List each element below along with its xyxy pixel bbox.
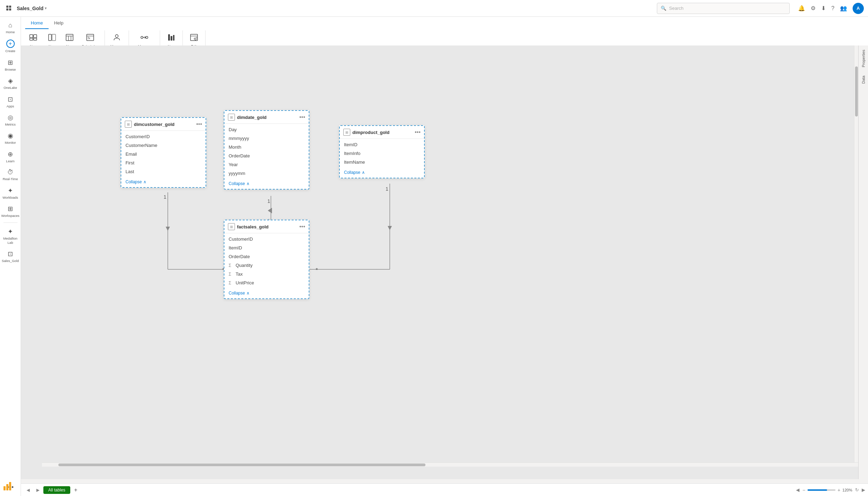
table-card-dimproduct[interactable]: ⊞ dimproduct_gold ••• ItemID ItemInfo It…: [339, 125, 425, 178]
bottom-right: ◀ − + 120% ↻ ▶: [796, 487, 865, 493]
field-orderdate-fact: OrderDate: [224, 252, 309, 261]
all-tables-tab[interactable]: All tables: [43, 486, 70, 494]
zoom-slider[interactable]: [808, 489, 835, 491]
field-quantity: Σ Quantity: [224, 261, 309, 270]
left-sidebar: ⌂ Home + Create ⊞ Browse ◈ OneLake ⊡ App…: [0, 17, 21, 496]
horizontal-scrollbar[interactable]: [42, 462, 858, 467]
sum-icon-unitprice: Σ: [229, 281, 234, 285]
table-card-dimdate[interactable]: ⊞ dimdate_gold ••• Day mmmyyyy Month Ord…: [224, 110, 309, 190]
realtime-icon: ⏱: [7, 169, 14, 176]
scroll-right-icon[interactable]: ▶: [862, 487, 865, 493]
properties-tab[interactable]: Properties: [860, 45, 867, 71]
table-card-factsales[interactable]: ⊞ factsales_gold ••• CustomerID ItemID O…: [224, 220, 309, 299]
canvas-area[interactable]: 1 * 1 * 1 * ⊞ dimcustomer_gold •••: [21, 45, 868, 479]
sum-icon-tax: Σ: [229, 272, 234, 277]
search-placeholder: Search: [669, 6, 683, 11]
sidebar-item-workloads[interactable]: ✦ Workloads: [1, 185, 20, 201]
medallion-icon: ✦: [8, 228, 13, 235]
orderdate-fact-label: OrderDate: [229, 254, 250, 259]
dimdate-collapse-button[interactable]: Collapse ∧: [224, 179, 309, 189]
svg-point-19: [146, 36, 148, 38]
factsales-collapse-button[interactable]: Collapse ∧: [224, 289, 309, 298]
sidebar-item-browse[interactable]: ⊞ Browse: [1, 57, 20, 73]
dimcustomer-collapse-button[interactable]: Collapse ∧: [121, 177, 206, 187]
download-icon[interactable]: ⬇: [821, 5, 826, 12]
itemid-label: ItemID: [344, 142, 357, 147]
tab-help[interactable]: Help: [49, 17, 69, 29]
sidebar-item-monitor-label: Monitor: [5, 141, 16, 144]
prev-page-button[interactable]: ◀: [24, 486, 32, 494]
new-report-icon: [167, 33, 175, 44]
workspace-name: Sales_Gold: [17, 6, 43, 11]
data-tab[interactable]: Data: [860, 71, 867, 88]
dimproduct-collapse-button[interactable]: Collapse ∧: [340, 168, 424, 178]
dimdate-menu-icon[interactable]: •••: [299, 114, 305, 120]
sidebar-item-metrics[interactable]: ◎ Metrics: [1, 112, 20, 128]
manage-roles-icon: [113, 33, 121, 44]
mmmyyyy-label: mmmyyyy: [229, 136, 249, 141]
refresh-icon[interactable]: ↻: [855, 487, 859, 493]
sidebar-item-apps[interactable]: ⊡ Apps: [1, 93, 20, 110]
tab-home[interactable]: Home: [25, 17, 49, 29]
quantity-label: Quantity: [236, 263, 252, 268]
vertical-scrollbar-thumb[interactable]: [855, 66, 858, 116]
unitprice-label: UnitPrice: [236, 280, 254, 285]
help-icon[interactable]: ?: [831, 5, 834, 12]
collapse-chevron-icon: ∧: [246, 181, 250, 186]
sidebar-item-metrics-label: Metrics: [5, 122, 16, 126]
svg-rect-22: [171, 36, 172, 41]
manage-relationships-icon: [140, 33, 149, 44]
home-icon: ⌂: [8, 22, 12, 29]
factsales-title: factsales_gold: [237, 224, 297, 229]
dimcustomer-menu-icon[interactable]: •••: [196, 121, 202, 127]
share-icon[interactable]: 👥: [840, 5, 847, 12]
svg-rect-7: [34, 38, 37, 40]
sidebar-item-learn-label: Learn: [6, 159, 14, 163]
main-container: Home Help New: [21, 17, 868, 496]
sidebar-item-onelake[interactable]: ◈ OneLake: [1, 75, 20, 92]
user-avatar[interactable]: A: [853, 3, 864, 14]
next-page-button[interactable]: ▶: [34, 486, 42, 494]
sidebar-item-monitor[interactable]: ◉ Monitor: [1, 130, 20, 147]
apps-grid-icon[interactable]: [4, 3, 14, 13]
svg-text:1: 1: [267, 198, 270, 204]
horizontal-scrollbar-thumb[interactable]: [58, 463, 426, 466]
table-card-dimcustomer[interactable]: ⊞ dimcustomer_gold ••• CustomerID Custom…: [121, 117, 206, 188]
dimcustomer-header: ⊞ dimcustomer_gold •••: [121, 118, 206, 131]
last-label: Last: [125, 169, 134, 174]
svg-rect-3: [9, 8, 11, 10]
sidebar-item-realtime-label: Real-Time: [3, 177, 18, 181]
workspace-title[interactable]: Sales_Gold ▾: [17, 6, 46, 11]
sidebar-item-workspaces[interactable]: ⊞ Workspaces: [1, 203, 20, 220]
sidebar-item-create-label: Create: [5, 49, 15, 53]
zoom-in-icon[interactable]: +: [838, 487, 840, 493]
dimproduct-menu-icon[interactable]: •••: [415, 129, 421, 135]
settings-icon[interactable]: ⚙: [811, 5, 816, 12]
vertical-scrollbar[interactable]: [854, 45, 858, 462]
scroll-left-icon[interactable]: ◀: [796, 487, 799, 493]
dimproduct-header: ⊞ dimproduct_gold •••: [340, 126, 424, 139]
sidebar-item-learn[interactable]: ⊕ Learn: [1, 148, 20, 165]
sidebar-item-realtime[interactable]: ⏱ Real-Time: [1, 166, 20, 183]
zoom-controls: − + 120%: [802, 487, 852, 493]
svg-rect-4: [30, 35, 33, 38]
ribbon-tabs: Home Help: [21, 17, 868, 29]
factsales-menu-icon[interactable]: •••: [299, 224, 305, 230]
add-tab-button[interactable]: +: [72, 486, 80, 494]
zoom-out-icon[interactable]: −: [802, 487, 805, 493]
svg-point-18: [141, 36, 143, 38]
month-label: Month: [229, 144, 241, 150]
svg-marker-36: [268, 208, 272, 213]
notifications-icon[interactable]: 🔔: [798, 5, 805, 12]
sidebar-item-home[interactable]: ⌂ Home: [1, 20, 20, 36]
sidebar-item-browse-label: Browse: [5, 68, 16, 71]
global-search[interactable]: 🔍 Search: [657, 3, 790, 14]
sidebar-item-medallion[interactable]: ✦ Medallion Lab: [1, 226, 20, 247]
sidebar-item-workloads-label: Workloads: [2, 196, 18, 199]
apps-icon: ⊡: [8, 95, 13, 103]
workspaces-icon: ⊞: [8, 205, 13, 213]
sidebar-item-create[interactable]: + Create: [1, 37, 20, 55]
sidebar-item-salesgold[interactable]: ⊡ Sales_Gold: [1, 248, 20, 265]
svg-rect-0: [6, 6, 8, 8]
relationship-lines: 1 * 1 * 1 *: [21, 45, 868, 479]
